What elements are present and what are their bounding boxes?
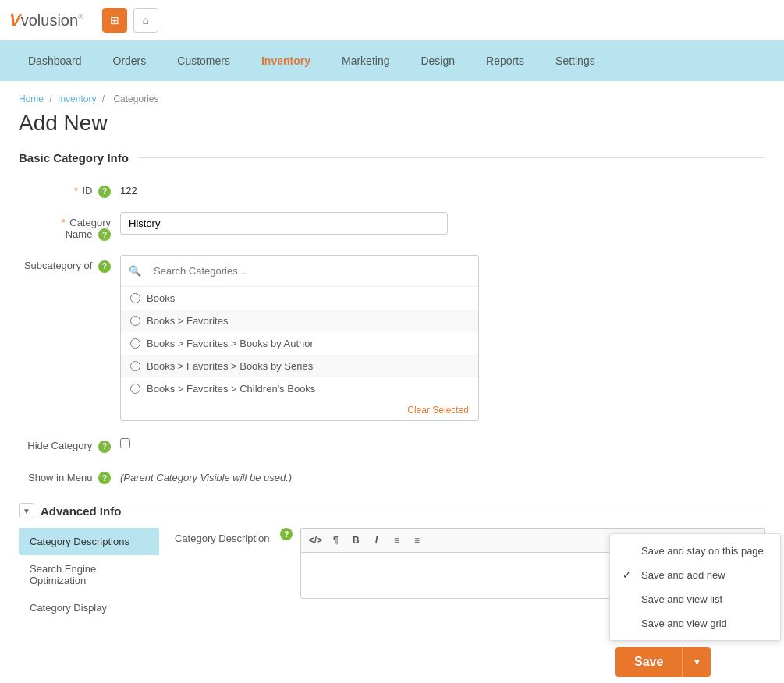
- show-in-menu-value: (Parent Category Visible will be used.): [120, 467, 292, 483]
- search-icon: 🔍: [129, 265, 141, 277]
- advanced-info-header: ▼ Advanced Info: [19, 503, 765, 518]
- section-divider: [138, 157, 765, 158]
- save-view-grid-option[interactable]: Save and view grid: [610, 611, 780, 634]
- save-add-new-label: Save and add new: [641, 569, 725, 581]
- toolbar-paragraph-btn[interactable]: ¶: [326, 531, 345, 550]
- toolbar-align-btn[interactable]: ≡: [387, 531, 406, 550]
- grid-view-icon-btn[interactable]: ⊞: [102, 8, 127, 33]
- save-add-new-option[interactable]: ✓ Save and add new: [610, 563, 780, 587]
- category-label-childrens-books: Books > Favorites > Children's Books: [147, 383, 315, 395]
- hide-category-row: Hide Category ?: [19, 435, 765, 453]
- nav-reports[interactable]: Reports: [470, 42, 540, 80]
- hide-category-checkbox[interactable]: [120, 438, 130, 448]
- category-label-books-favorites: Books > Favorites: [147, 315, 228, 327]
- subcategory-dropdown: 🔍 Books Books > Favorites Books > Favori…: [120, 255, 479, 421]
- clear-selected-link[interactable]: Clear Selected: [121, 400, 478, 420]
- category-option-books[interactable]: Books: [121, 287, 478, 310]
- category-description-help-icon[interactable]: ?: [280, 528, 293, 540]
- subcategory-help-icon[interactable]: ?: [98, 260, 111, 273]
- breadcrumb-inventory[interactable]: Inventory: [58, 94, 96, 104]
- hide-category-help-icon[interactable]: ?: [98, 441, 111, 453]
- save-menu: Save and stay on this page ✓ Save and ad…: [609, 533, 781, 634]
- advanced-section-divider: [137, 511, 765, 511]
- category-option-books-favorites[interactable]: Books > Favorites: [121, 310, 478, 332]
- category-option-books-by-author[interactable]: Books > Favorites > Books by Author: [121, 332, 478, 355]
- category-label-books: Books: [147, 292, 175, 304]
- category-radio-books[interactable]: [130, 293, 140, 303]
- top-bar: Vvolusion® ⊞ ⌂: [0, 0, 784, 41]
- advanced-sidebar-tabs: Category Descriptions Search Engine Opti…: [19, 528, 159, 621]
- basic-info-title: Basic Category Info: [19, 151, 129, 165]
- nav-customers[interactable]: Customers: [161, 42, 246, 80]
- subcategory-row: Subcategory of ? 🔍 Books Books > Favorit…: [19, 255, 765, 421]
- nav-marketing[interactable]: Marketing: [326, 42, 405, 80]
- category-radio-books-favorites[interactable]: [130, 316, 140, 326]
- required-star: *: [74, 185, 78, 196]
- breadcrumb-categories: Categories: [113, 94, 158, 104]
- required-star-name: *: [62, 217, 66, 228]
- tab-category-descriptions[interactable]: Category Descriptions: [19, 528, 159, 555]
- breadcrumb-home[interactable]: Home: [19, 94, 44, 104]
- category-search-row: 🔍: [121, 256, 478, 287]
- category-label-books-by-author: Books > Favorites > Books by Author: [147, 338, 314, 349]
- tab-category-display[interactable]: Category Display: [19, 594, 159, 621]
- home-icon-btn[interactable]: ⌂: [133, 8, 158, 33]
- nav-settings[interactable]: Settings: [540, 42, 611, 80]
- save-view-grid-label: Save and view grid: [641, 618, 727, 629]
- category-name-row: * CategoryName ?: [19, 212, 765, 242]
- subcategory-label: Subcategory of: [24, 260, 92, 271]
- id-row: * ID ? 122: [19, 180, 765, 198]
- category-option-childrens-books[interactable]: Books > Favorites > Children's Books: [121, 377, 478, 400]
- basic-info-section-header: Basic Category Info: [19, 151, 765, 165]
- logo: Vvolusion®: [9, 10, 83, 30]
- category-radio-books-by-series[interactable]: [130, 361, 140, 371]
- id-label: ID: [82, 185, 92, 196]
- category-search-input[interactable]: [146, 260, 470, 281]
- category-name-help-icon[interactable]: ?: [98, 228, 111, 241]
- toolbar-italic-btn[interactable]: I: [367, 531, 385, 550]
- category-label-books-by-series: Books > Favorites > Books by Series: [147, 360, 313, 372]
- category-name-input[interactable]: [120, 212, 448, 235]
- category-option-books-by-series[interactable]: Books > Favorites > Books by Series: [121, 355, 478, 377]
- save-view-list-label: Save and view list: [641, 593, 722, 605]
- save-dropdown-container: Save and stay on this page ✓ Save and ad…: [609, 533, 784, 634]
- category-radio-books-by-author[interactable]: [130, 338, 140, 349]
- nav-bar: Dashboard Orders Customers Inventory Mar…: [0, 41, 784, 81]
- show-in-menu-row: Show in Menu ? (Parent Category Visible …: [19, 467, 765, 485]
- tab-seo[interactable]: Search Engine Optimization: [19, 555, 159, 594]
- breadcrumb: Home / Inventory / Categories: [19, 94, 765, 104]
- save-stay-label: Save and stay on this page: [641, 545, 764, 557]
- id-value: 122: [120, 180, 137, 196]
- category-description-label: Category Description: [175, 528, 269, 544]
- show-in-menu-help-icon[interactable]: ?: [98, 472, 111, 484]
- id-help-icon[interactable]: ?: [98, 186, 111, 198]
- category-radio-childrens-books[interactable]: [130, 384, 140, 394]
- save-view-list-option[interactable]: Save and view list: [610, 587, 780, 611]
- hide-category-label: Hide Category: [27, 440, 92, 451]
- toolbar-bold-btn[interactable]: B: [346, 531, 365, 550]
- page-title: Add New: [19, 111, 765, 136]
- advanced-info-title: Advanced Info: [41, 504, 121, 518]
- nav-orders[interactable]: Orders: [98, 42, 162, 80]
- toolbar-list-btn[interactable]: ≡: [407, 531, 426, 550]
- advanced-toggle-btn[interactable]: ▼: [19, 503, 34, 518]
- toolbar-code-btn[interactable]: </>: [306, 531, 325, 550]
- nav-dashboard[interactable]: Dashboard: [12, 42, 98, 80]
- nav-inventory[interactable]: Inventory: [246, 42, 326, 80]
- show-in-menu-label: Show in Menu: [28, 472, 92, 483]
- nav-design[interactable]: Design: [405, 42, 470, 80]
- logo-area: Vvolusion® ⊞ ⌂: [9, 8, 158, 33]
- save-stay-option[interactable]: Save and stay on this page: [610, 539, 780, 563]
